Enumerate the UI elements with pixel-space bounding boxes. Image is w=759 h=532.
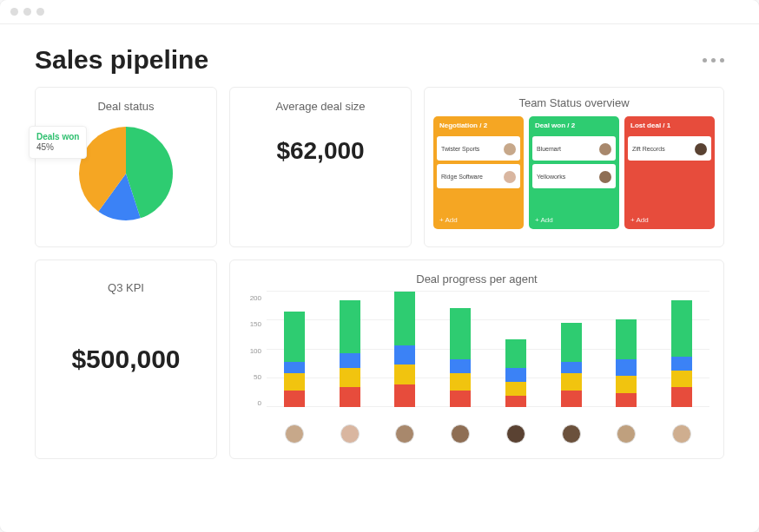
bar[interactable]: [450, 308, 471, 407]
kanban-column[interactable]: Negotiation / 2Twister SportsRidge Softw…: [433, 116, 524, 229]
bar-segment: [340, 368, 360, 388]
y-tick-label: 100: [250, 347, 261, 355]
bar-segment: [394, 384, 415, 407]
bar-segment: [394, 345, 415, 365]
kanban-card-title: Yelloworks: [537, 174, 565, 180]
kanban-card[interactable]: Yelloworks: [532, 164, 616, 188]
kanban-card[interactable]: Zift Records: [628, 136, 711, 161]
kanban-column[interactable]: Lost deal / 1Zift Records+ Add: [624, 116, 715, 229]
page-title: Sales pipeline: [35, 45, 208, 75]
kanban-column-header: Negotiation / 2: [437, 120, 520, 133]
agent-avatar[interactable]: [562, 424, 581, 443]
pie-chart: [74, 122, 178, 226]
legend-value: 45%: [36, 142, 79, 153]
bar-segment: [284, 373, 305, 391]
bar-segment: [340, 387, 360, 407]
bar-segment: [616, 376, 637, 393]
bar-chart: 200150100500: [244, 291, 710, 421]
kanban-card-title: Bluemart: [537, 146, 561, 152]
kanban-column-header: Lost deal / 1: [628, 120, 711, 133]
pie-legend-tooltip: Deals won 45%: [29, 126, 87, 159]
kanban-board: Negotiation / 2Twister SportsRidge Softw…: [433, 116, 715, 229]
bar-segment: [450, 373, 471, 391]
kanban-add-button[interactable]: + Add: [532, 214, 616, 226]
bar-segment: [561, 391, 582, 408]
bar[interactable]: [671, 300, 692, 408]
bar-segment: [394, 365, 415, 384]
dots-icon: [720, 58, 724, 62]
kanban-card-title: Zift Records: [632, 146, 665, 152]
bar-segment: [505, 396, 526, 407]
kanban-add-button[interactable]: + Add: [437, 214, 520, 226]
card-avg-deal-size[interactable]: Average deal size $62,000: [229, 87, 412, 247]
bar-segment: [671, 371, 692, 388]
card-title: Q3 KPI: [46, 281, 206, 294]
kanban-card[interactable]: Bluemart: [532, 136, 616, 161]
bar[interactable]: [284, 312, 305, 408]
bar-segment: [284, 312, 305, 363]
y-tick-label: 0: [258, 399, 261, 407]
bar-segment: [616, 393, 637, 407]
agent-avatar[interactable]: [672, 424, 691, 443]
kpi-value: $500,000: [46, 345, 206, 374]
bar-segment: [284, 362, 305, 373]
y-tick-label: 150: [250, 320, 261, 328]
agent-avatar[interactable]: [506, 424, 525, 443]
kanban-card[interactable]: Ridge Software: [437, 164, 520, 188]
card-title: Deal status: [46, 100, 206, 113]
card-deal-progress[interactable]: Deal progress per agent 200150100500: [229, 259, 724, 459]
bar-segment: [340, 300, 360, 354]
card-title: Deal progress per agent: [244, 273, 710, 286]
avatar: [599, 143, 611, 155]
y-tick-label: 50: [254, 373, 261, 381]
bar-segment: [284, 391, 305, 408]
kanban-add-button[interactable]: + Add: [628, 214, 711, 226]
bar-segment: [505, 339, 526, 368]
agent-avatar[interactable]: [285, 424, 304, 443]
page-header: Sales pipeline: [0, 24, 759, 87]
card-title: Team Status overview: [433, 96, 715, 109]
bar-segment: [561, 373, 582, 391]
bar-segment: [394, 292, 415, 345]
card-q3-kpi[interactable]: Q3 KPI $500,000: [35, 259, 217, 459]
app-window: Sales pipeline Deal status Deals won 45%…: [0, 0, 759, 532]
agent-avatar[interactable]: [451, 424, 470, 443]
avatar: [504, 171, 516, 183]
y-axis: 200150100500: [244, 294, 267, 407]
card-title: Average deal size: [241, 100, 400, 113]
kanban-card[interactable]: Twister Sports: [437, 136, 520, 161]
bars-zone: [267, 291, 710, 421]
bar-segment: [450, 391, 471, 408]
avg-deal-value: $62,000: [241, 137, 400, 165]
bar-segment: [505, 368, 526, 382]
bar-segment: [450, 308, 471, 359]
bar[interactable]: [561, 323, 582, 408]
bar[interactable]: [616, 319, 637, 407]
bar-segment: [616, 359, 637, 377]
kanban-column-header: Deal won / 2: [532, 120, 616, 133]
bar[interactable]: [394, 292, 415, 407]
agent-avatar[interactable]: [617, 424, 636, 443]
kanban-column[interactable]: Deal won / 2BluemartYelloworks+ Add: [529, 116, 619, 229]
bar-segment: [561, 323, 582, 363]
bar-segment: [671, 357, 692, 371]
agent-avatar[interactable]: [395, 424, 414, 443]
avatar: [599, 171, 611, 183]
bar[interactable]: [340, 300, 360, 408]
bar[interactable]: [505, 339, 526, 407]
traffic-light-close[interactable]: [10, 8, 18, 16]
titlebar: [0, 0, 759, 24]
traffic-light-zoom[interactable]: [36, 8, 44, 16]
more-options-button[interactable]: [703, 58, 724, 62]
bar-segment: [671, 387, 692, 407]
bar-segment: [616, 319, 637, 359]
agent-avatar[interactable]: [340, 424, 360, 443]
pie-chart-svg: [74, 122, 178, 226]
bars-container: [267, 291, 710, 421]
bar-segment: [671, 300, 692, 357]
bar-segment: [450, 359, 471, 373]
card-team-status[interactable]: Team Status overview Negotiation / 2Twis…: [424, 87, 724, 247]
card-deal-status[interactable]: Deal status Deals won 45%: [35, 87, 217, 247]
avatar: [695, 143, 707, 155]
traffic-light-minimize[interactable]: [23, 8, 31, 16]
